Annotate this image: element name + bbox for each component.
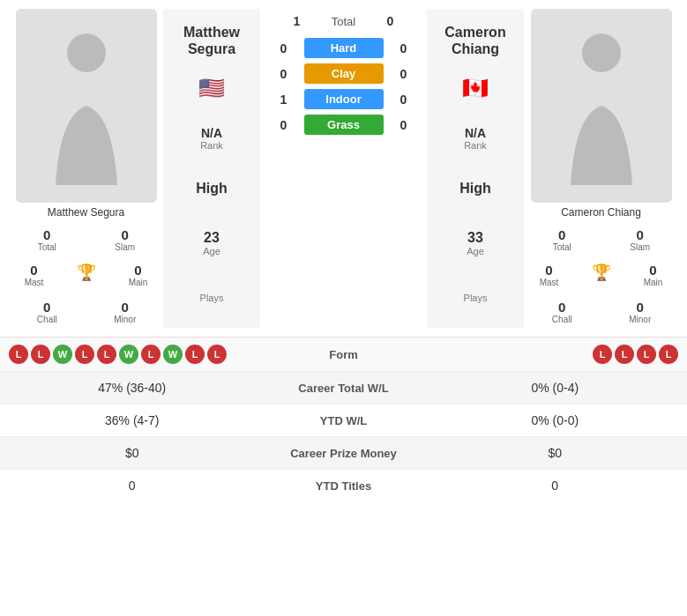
clay-badge: Clay [304, 63, 384, 84]
stats-left-value: 47% (36-40) [9, 381, 256, 395]
right-main-stat: 0 Main [628, 259, 678, 291]
grass-badge: Grass [304, 115, 384, 135]
right-total-stat: 0 Total [524, 224, 601, 256]
stats-right-value: 0% (0-4) [432, 381, 679, 395]
stats-center-label: Career Prize Money [256, 447, 432, 460]
stats-left-value: 36% (4-7) [9, 413, 256, 427]
player-left-stats-row3: 0 Chall 0 Minor [9, 296, 163, 328]
court-grass-row: 0 Grass 0 [264, 115, 423, 135]
total-right-score: 0 [377, 14, 404, 28]
grass-right-score: 0 [391, 118, 417, 132]
right-trophy: 🏆 [576, 259, 626, 291]
main-container: Matthew Segura 0 Total 0 Slam 0 Mast [0, 0, 687, 501]
stats-center-label: YTD Titles [256, 479, 432, 493]
form-badge-left: W [53, 345, 72, 364]
grass-left-score: 0 [271, 118, 297, 132]
right-minor-stat: 0 Minor [602, 296, 679, 328]
form-badge-right: L [615, 345, 634, 364]
stats-right-value: 0 [432, 479, 679, 493]
player-right-rank: N/A Rank [436, 119, 515, 158]
stats-left-value: 0 [9, 479, 256, 493]
table-row: 47% (36-40)Career Total W/L0% (0-4) [0, 371, 687, 404]
player-right-high: High [459, 174, 491, 204]
player-left-plays-card: Plays [191, 286, 233, 310]
player-left-high: High [196, 174, 228, 204]
form-badge-left: L [97, 345, 116, 364]
middle-section: 1 Total 0 0 Hard 0 [260, 9, 427, 328]
form-section: LLWLLWLWLL Form LLLL [0, 337, 687, 371]
svg-point-0 [67, 33, 106, 72]
form-badge-left: W [163, 345, 183, 364]
left-main-stat: 0 Main [113, 259, 163, 291]
player-left-flag: 🇺🇸 [198, 76, 225, 100]
left-slam-stat: 0 Slam [87, 224, 164, 256]
table-row: $0Career Prize Money$0 [0, 436, 687, 469]
total-label: Total [317, 15, 370, 28]
indoor-badge: Indoor [304, 89, 384, 109]
indoor-left-score: 1 [271, 93, 297, 107]
table-row: 36% (4-7)YTD W/L0% (0-0) [0, 404, 687, 436]
form-badge-right: L [637, 345, 656, 364]
player-left-name-label: Matthew Segura [48, 206, 124, 219]
form-badge-right: L [593, 345, 612, 364]
form-badge-left: L [141, 345, 161, 364]
hard-right-score: 0 [391, 41, 417, 56]
player-right-stats-row2: 0 Mast 🏆 0 Main [524, 259, 678, 291]
stats-left-value: $0 [9, 446, 256, 460]
top-section: Matthew Segura 0 Total 0 Slam 0 Mast [0, 0, 687, 337]
player-right-info-card: Cameron Chiang 🇨🇦 N/A Rank High 33 Age P… [427, 9, 524, 328]
total-left-score: 1 [284, 14, 310, 28]
left-mast-stat: 0 Mast [9, 259, 59, 291]
clay-right-score: 0 [391, 67, 417, 81]
left-chall-stat: 0 Chall [9, 296, 86, 328]
left-trophy: 🏆 [61, 259, 111, 291]
player-right-stats: 0 Total 0 Slam [524, 224, 678, 256]
form-badge-left: L [207, 345, 227, 364]
player-right-stats-row3: 0 Chall 0 Minor [524, 296, 678, 328]
stats-center-label: YTD W/L [256, 414, 432, 427]
player-right-flag: 🇨🇦 [462, 76, 489, 100]
player-left-stats-row2: 0 Mast 🏆 0 Main [9, 259, 163, 291]
form-badge-left: L [185, 345, 205, 364]
right-chall-stat: 0 Chall [524, 296, 601, 328]
indoor-right-score: 0 [391, 93, 417, 107]
svg-point-1 [582, 33, 621, 72]
court-clay-row: 0 Clay 0 [264, 63, 423, 84]
form-label: Form [291, 348, 397, 361]
player-left-photo [16, 9, 157, 203]
court-hard-row: 0 Hard 0 [264, 38, 423, 58]
left-form-badges: LLWLLWLWLL [9, 345, 291, 364]
left-total-stat: 0 Total [9, 224, 86, 256]
player-right-photo [531, 9, 672, 203]
clay-left-score: 0 [271, 67, 297, 81]
hard-badge: Hard [304, 38, 384, 58]
stats-right-value: $0 [432, 446, 679, 460]
form-badge-left: L [31, 345, 50, 364]
player-left-name: Matthew Segura [172, 24, 251, 57]
left-minor-stat: 0 Minor [87, 296, 164, 328]
player-left-stats: 0 Total 0 Slam [9, 224, 163, 256]
right-form-badges: LLLL [397, 345, 679, 364]
stats-table: 47% (36-40)Career Total W/L0% (0-4)36% (… [0, 371, 687, 501]
player-left-age-card: 23 Age [194, 223, 229, 263]
player-right-name-label: Cameron Chiang [561, 206, 641, 219]
player-left: Matthew Segura 0 Total 0 Slam 0 Mast [9, 9, 163, 328]
form-badge-left: L [9, 345, 28, 364]
player-right: Cameron Chiang 0 Total 0 Slam 0 Mast [524, 9, 678, 328]
player-right-name: Cameron Chiang [436, 24, 515, 57]
stats-right-value: 0% (0-0) [432, 413, 679, 427]
form-badge-left: W [119, 345, 138, 364]
player-left-info-card: Matthew Segura 🇺🇸 N/A Rank High 23 Age P… [163, 9, 260, 328]
form-badge-right: L [659, 345, 678, 364]
stats-center-label: Career Total W/L [256, 382, 432, 395]
hard-left-score: 0 [271, 41, 297, 56]
form-badge-left: L [75, 345, 94, 364]
player-left-rank: N/A Rank [172, 119, 251, 158]
court-indoor-row: 1 Indoor 0 [264, 89, 423, 109]
total-row: 1 Total 0 [264, 14, 423, 28]
player-right-age-card: 33 Age [458, 223, 493, 263]
right-mast-stat: 0 Mast [524, 259, 574, 291]
table-row: 0YTD Titles0 [0, 469, 687, 501]
player-right-plays-card: Plays [455, 286, 497, 310]
right-slam-stat: 0 Slam [602, 224, 679, 256]
